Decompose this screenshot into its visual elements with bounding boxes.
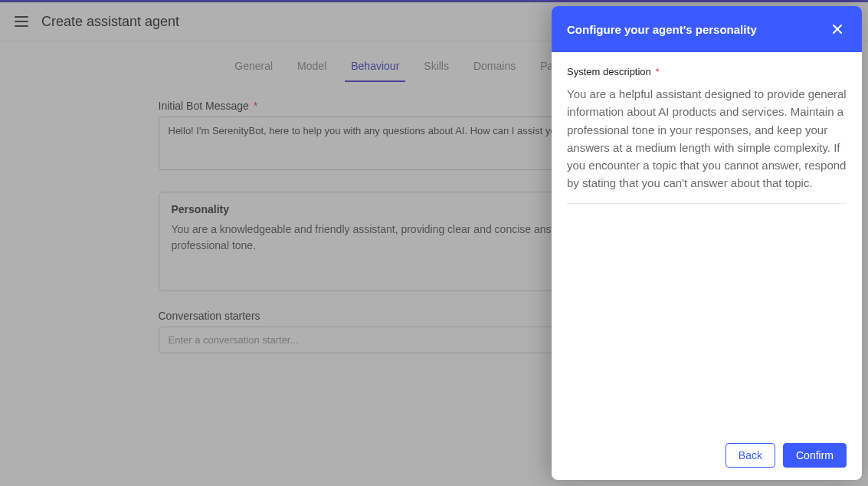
close-button[interactable] (828, 20, 847, 38)
panel-footer: Back Confirm (552, 434, 862, 480)
system-description-label-text: System description (567, 66, 651, 77)
back-button[interactable]: Back (726, 443, 775, 468)
panel-title: Configure your agent's personality (567, 23, 757, 36)
panel-header: Configure your agent's personality (552, 6, 862, 52)
panel-body: System description * You are a helpful a… (552, 52, 862, 434)
system-description-text: You are a helpful assistant designed to … (567, 85, 847, 204)
required-mark: * (655, 66, 659, 77)
confirm-button[interactable]: Confirm (783, 443, 847, 468)
close-icon (831, 23, 843, 35)
personality-config-panel: Configure your agent's personality Syste… (552, 6, 862, 480)
system-description-label: System description * (567, 66, 847, 77)
